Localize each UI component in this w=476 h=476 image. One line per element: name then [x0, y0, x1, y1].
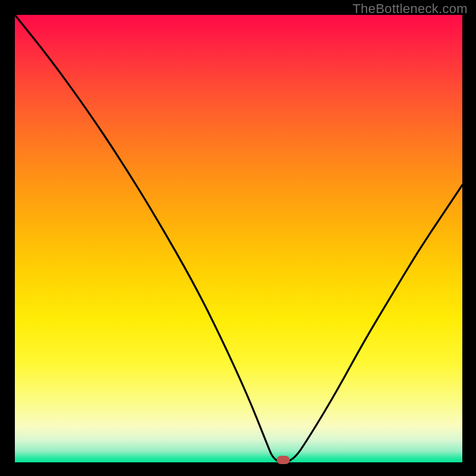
optimal-point-marker — [277, 456, 290, 464]
plot-area — [15, 15, 462, 462]
bottleneck-curve — [15, 15, 462, 462]
chart-container: TheBottleneck.com — [0, 0, 476, 476]
